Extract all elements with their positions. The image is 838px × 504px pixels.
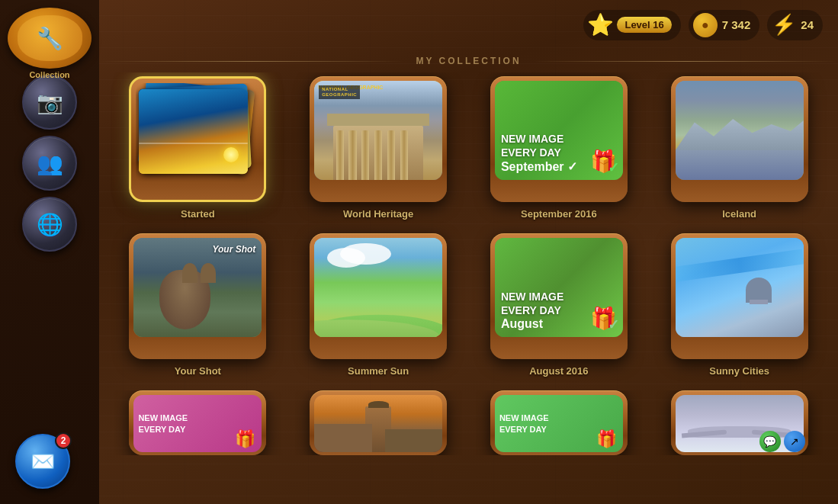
- level-stat: ⭐ Level 16: [583, 10, 680, 40]
- new-image-text-aug: NEW IMAGEEVERY DAY: [501, 290, 563, 317]
- card-your-shot[interactable]: Your Shot Your Shot: [114, 233, 281, 377]
- new-image-text-p2: NEW IMAGEEVERY DAY: [499, 413, 549, 435]
- card-image-your-shot: Your Shot: [133, 238, 262, 337]
- collection-icon-inner: 🔧: [18, 15, 82, 61]
- collection-icon: 🔧: [8, 8, 92, 69]
- collection-title: MY COLLECTION: [404, 56, 532, 66]
- card-label-started: Started: [181, 208, 215, 220]
- new-image-text-p1: NEW IMAGEEVERY DAY: [138, 413, 188, 435]
- card-iceland[interactable]: Iceland: [656, 76, 823, 220]
- checkmark-aug: ✓: [608, 316, 619, 333]
- new-image-text-sep: NEW IMAGEEVERY DAY: [501, 132, 563, 159]
- card-label-world-heritage: World Heritage: [343, 208, 413, 220]
- coins-value: 7 342: [722, 18, 751, 31]
- card-image-iceland: [676, 81, 804, 180]
- stacked-photos: [136, 83, 259, 182]
- card-frame-new-partial-2: NEW IMAGEEVERY DAY 🎁: [490, 390, 628, 455]
- collection-button[interactable]: 🔧 Collection: [8, 8, 92, 69]
- sidebar: 🔧 Collection 📷 👥 🌐 ✉️ 2: [0, 0, 99, 504]
- card-image-august: NEW IMAGEEVERY DAY August 🎁 ✓: [495, 238, 623, 337]
- card-summer-sun[interactable]: Summer Sun: [295, 233, 462, 377]
- card-august[interactable]: NEW IMAGEEVERY DAY August 🎁 ✓ August 201…: [476, 233, 643, 377]
- card-frame-september: NEW IMAGEEVERY DAY September ✓ 🎁 ✓: [490, 76, 628, 202]
- card-september[interactable]: NEW IMAGEEVERY DAY September ✓ 🎁 ✓ Septe…: [476, 76, 643, 220]
- collection-label: Collection: [8, 70, 92, 79]
- card-frame-started: [129, 76, 266, 202]
- card-label-september: September 2016: [521, 208, 597, 220]
- card-label-summer-sun: Summer Sun: [348, 365, 409, 377]
- title-line-right: [533, 61, 838, 62]
- card-frame-new-partial-1: NEW IMAGEEVERY DAY 🎁: [129, 390, 266, 455]
- card-image-castle: [314, 395, 442, 452]
- card-label-iceland: Iceland: [722, 208, 756, 220]
- card-frame-august: NEW IMAGEEVERY DAY August 🎁 ✓: [490, 233, 628, 359]
- camera-button[interactable]: 📷: [22, 75, 77, 130]
- card-frame-your-shot: Your Shot: [129, 233, 266, 359]
- card-frame-iceland: [671, 76, 808, 202]
- globe-icon: 🌐: [37, 212, 63, 237]
- arrow-float-btn[interactable]: ↗: [784, 431, 805, 452]
- mail-button[interactable]: ✉️ 2: [15, 434, 70, 489]
- star-icon: ⭐: [588, 13, 612, 37]
- gift-icon-p2: 🎁: [596, 429, 617, 449]
- gift-icon-p1: 🎁: [235, 429, 255, 449]
- card-new-partial-2[interactable]: NEW IMAGEEVERY DAY 🎁: [476, 390, 643, 455]
- card-airplane[interactable]: 💬 ↗: [656, 390, 823, 455]
- title-line-left: [99, 61, 404, 62]
- card-image-world-heritage: NATIONALGEOGRAPHIC: [314, 81, 442, 180]
- topbar: ⭐ Level 16 ● 7 342 ⚡ 24: [99, 0, 838, 50]
- card-frame-sunny-cities: [671, 233, 808, 359]
- card-new-partial-1[interactable]: NEW IMAGEEVERY DAY 🎁: [114, 390, 281, 455]
- your-shot-overlay-text: Your Shot: [212, 244, 255, 255]
- card-frame-castle: [310, 390, 447, 455]
- bolts-value: 24: [801, 18, 814, 31]
- card-frame-summer-sun: [310, 233, 447, 359]
- globe-button[interactable]: 🌐: [22, 197, 77, 252]
- card-image-september: NEW IMAGEEVERY DAY September ✓ 🎁 ✓: [495, 81, 623, 180]
- card-image-new-partial-2: NEW IMAGEEVERY DAY 🎁: [495, 395, 623, 452]
- cards-grid: Started NATIONALGEOGRAPHIC: [111, 72, 827, 459]
- card-label-your-shot: Your Shot: [175, 365, 221, 377]
- coin-icon: ●: [693, 13, 718, 37]
- card-castle[interactable]: [295, 390, 462, 455]
- card-frame-world-heritage: NATIONALGEOGRAPHIC: [310, 76, 447, 202]
- card-label-sunny-cities: Sunny Cities: [709, 365, 769, 377]
- card-frame-airplane: 💬 ↗: [671, 390, 808, 455]
- mail-icon: ✉️ 2: [15, 434, 70, 489]
- new-image-month-aug: August: [501, 317, 543, 331]
- photo-front: [139, 89, 248, 174]
- card-world-heritage[interactable]: NATIONALGEOGRAPHIC World Heritage: [295, 76, 462, 220]
- collection-title-bar: MY COLLECTION: [99, 50, 838, 72]
- main-content: Started NATIONALGEOGRAPHIC: [111, 72, 827, 496]
- bolts-stat: ⚡ 24: [767, 10, 823, 40]
- friends-button[interactable]: 👥: [22, 136, 77, 191]
- card-image-started: [136, 83, 259, 182]
- coins-stat: ● 7 342: [689, 10, 760, 40]
- float-icons-airplane: 💬 ↗: [759, 431, 805, 452]
- card-sunny-cities[interactable]: Sunny Cities: [656, 233, 823, 377]
- bolt-icon: ⚡: [772, 13, 796, 37]
- card-image-new-partial-1: NEW IMAGEEVERY DAY 🎁: [133, 395, 262, 452]
- card-image-sunny-cities: [676, 238, 804, 337]
- new-image-month-sep: September ✓: [501, 159, 577, 174]
- level-label: Level 16: [617, 17, 671, 33]
- camera-icon: 📷: [37, 90, 63, 115]
- card-label-august: August 2016: [529, 365, 588, 377]
- card-started[interactable]: Started: [114, 76, 281, 220]
- card-image-summer-sun: [314, 238, 442, 337]
- mail-badge: 2: [55, 432, 72, 449]
- chat-float-btn[interactable]: 💬: [759, 431, 781, 452]
- friends-icon: 👥: [37, 151, 63, 176]
- nat-geo-badge: NATIONALGEOGRAPHIC: [319, 85, 360, 99]
- checkmark-sep: ✓: [608, 159, 619, 176]
